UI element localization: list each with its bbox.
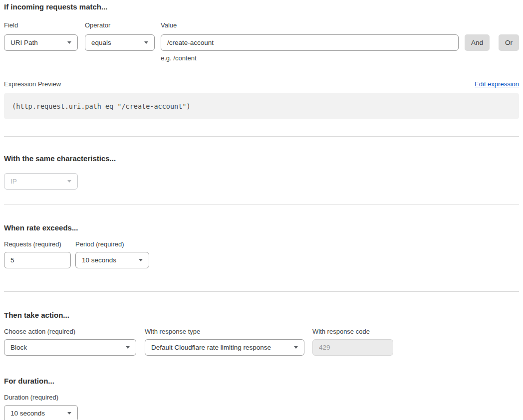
- chevron-down-icon: [126, 346, 130, 349]
- chevron-down-icon: [67, 180, 71, 183]
- duration-select-value: 10 seconds: [10, 410, 45, 417]
- period-label: Period (required): [75, 240, 149, 248]
- expression-preview-header: Expression Preview Edit expression: [4, 80, 519, 88]
- section-heading-match: If incoming requests match...: [4, 2, 519, 11]
- duration-select[interactable]: 10 seconds: [4, 405, 78, 420]
- value-hint: e.g. /content: [161, 54, 459, 62]
- section-divider: [4, 136, 519, 137]
- response-code-label: With response code: [312, 328, 393, 335]
- response-type-group: With response type Default Cloudflare ra…: [145, 328, 304, 356]
- operator-select[interactable]: equals: [85, 34, 155, 51]
- value-label: Value: [161, 21, 459, 29]
- characteristic-select: IP: [4, 173, 78, 190]
- section-action: Then take action... Choose action (requi…: [4, 311, 519, 356]
- requests-label: Requests (required): [4, 240, 71, 248]
- section-heading-rate: When rate exceeds...: [4, 223, 519, 232]
- chevron-down-icon: [67, 41, 71, 44]
- requests-group: Requests (required): [4, 240, 71, 268]
- characteristic-select-value: IP: [10, 178, 17, 185]
- value-input[interactable]: [161, 34, 459, 51]
- duration-label: Duration (required): [4, 394, 519, 401]
- chevron-down-icon: [294, 346, 298, 349]
- response-type-label: With response type: [145, 328, 304, 335]
- match-expression-row: Field URI Path Operator equals Value e.g…: [4, 21, 519, 62]
- operator-label: Operator: [85, 21, 155, 29]
- choose-action-group: Choose action (required) Block: [4, 328, 136, 356]
- chevron-down-icon: [144, 41, 148, 44]
- rate-limiting-rule-form: If incoming requests match... Field URI …: [0, 0, 523, 420]
- section-rate: When rate exceeds... Requests (required)…: [4, 223, 519, 268]
- expression-preview-label: Expression Preview: [4, 80, 61, 88]
- response-type-select[interactable]: Default Cloudflare rate limiting respons…: [145, 339, 304, 356]
- edit-expression-link[interactable]: Edit expression: [475, 80, 519, 88]
- field-select[interactable]: URI Path: [4, 34, 78, 51]
- choose-action-select[interactable]: Block: [4, 339, 136, 356]
- section-divider: [4, 291, 519, 292]
- and-button[interactable]: And: [465, 34, 490, 51]
- response-code-group: With response code: [312, 328, 393, 356]
- response-type-select-value: Default Cloudflare rate limiting respons…: [151, 344, 271, 351]
- rate-row: Requests (required) Period (required) 10…: [4, 240, 519, 268]
- section-divider: [4, 205, 519, 205]
- choose-action-select-value: Block: [10, 344, 27, 351]
- field-select-value: URI Path: [10, 39, 38, 46]
- field-label: Field: [4, 21, 78, 29]
- operator-select-value: equals: [91, 39, 111, 46]
- expression-preview-box: (http.request.uri.path eq "/create-accou…: [4, 93, 519, 119]
- response-code-input: [312, 339, 393, 356]
- period-select[interactable]: 10 seconds: [75, 252, 149, 268]
- field-group: Field URI Path: [4, 21, 78, 51]
- section-characteristics: With the same characteristics... IP: [4, 154, 519, 190]
- period-select-value: 10 seconds: [82, 256, 116, 264]
- requests-input[interactable]: [4, 252, 71, 268]
- duration-group: 10 seconds: [4, 405, 78, 420]
- action-row: Choose action (required) Block With resp…: [4, 328, 519, 356]
- period-group: Period (required) 10 seconds: [75, 240, 149, 268]
- chevron-down-icon: [139, 259, 143, 261]
- chevron-down-icon: [67, 412, 71, 415]
- operator-group: Operator equals: [85, 21, 155, 51]
- value-group: Value e.g. /content: [161, 21, 459, 62]
- characteristic-group: IP: [4, 173, 78, 190]
- or-button[interactable]: Or: [499, 34, 519, 51]
- section-heading-duration: For duration...: [4, 377, 519, 386]
- section-heading-characteristics: With the same characteristics...: [4, 154, 519, 163]
- section-incoming-requests: If incoming requests match... Field URI …: [4, 2, 519, 119]
- section-duration: For duration... Duration (required) 10 s…: [4, 377, 519, 420]
- section-heading-action: Then take action...: [4, 311, 519, 320]
- choose-action-label: Choose action (required): [4, 328, 136, 335]
